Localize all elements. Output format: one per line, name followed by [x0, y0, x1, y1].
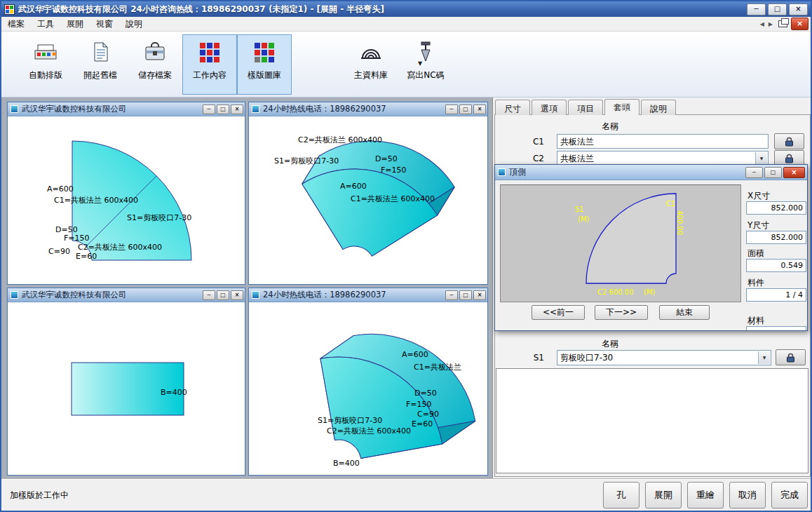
- s1-combobox[interactable]: 剪板咬口7-30: [557, 350, 771, 365]
- area-field[interactable]: 0.549: [746, 259, 806, 272]
- dim-label: C2=共板法兰 600x400: [327, 426, 411, 436]
- c2-label: C2: [527, 154, 544, 163]
- child-restore-button[interactable]: [778, 20, 787, 27]
- child-minimize-button[interactable]: [203, 105, 215, 114]
- chevron-down-icon[interactable]: [758, 351, 770, 364]
- child-maximize-button[interactable]: [459, 105, 472, 114]
- finish-button[interactable]: 結束: [659, 305, 710, 320]
- nav-back-icon[interactable]: [758, 21, 766, 27]
- close-button[interactable]: [789, 4, 808, 15]
- part-field[interactable]: 1 / 4: [746, 288, 806, 302]
- child-minimize-button[interactable]: [445, 105, 458, 114]
- child-titlebar[interactable]: 24小时热线电话：18986290037: [249, 288, 487, 302]
- flat-pattern-drawing: A=600 C1=共板法兰 600x400 S1=剪板咬口7-30 D=50 F…: [8, 116, 245, 284]
- master-database-icon: [355, 35, 387, 69]
- rectangle-drawing: B=400: [8, 302, 245, 475]
- child-close-button[interactable]: [231, 105, 243, 114]
- child-window-icon: [11, 105, 18, 113]
- material-field[interactable]: [746, 326, 806, 331]
- template-library-button[interactable]: 樣版圖庫: [237, 34, 292, 95]
- menu-window[interactable]: 視窗: [90, 16, 119, 32]
- s1-lock-button[interactable]: [776, 349, 806, 365]
- master-database-label: 主資料庫: [354, 69, 388, 81]
- nc-output-button[interactable]: 寫出NC碼: [398, 34, 453, 95]
- child-maximize-button[interactable]: [217, 105, 229, 114]
- work-content-button[interactable]: 工作內容: [182, 34, 237, 95]
- titlebar[interactable]: 武汉华宇诚数控科技有限公司 24小时咨询热线：18986290037 (未指定1…: [1, 1, 811, 17]
- master-database-button[interactable]: 主資料庫: [344, 34, 398, 95]
- child-window-icon: [11, 291, 18, 299]
- dim-label: B=400: [161, 388, 187, 397]
- child-close-button[interactable]: [473, 290, 486, 300]
- child-titlebar[interactable]: 武汉华宇诚数控科技有限公司: [8, 288, 245, 302]
- maximize-button[interactable]: [768, 4, 787, 15]
- child-minimize-button[interactable]: [203, 290, 215, 300]
- child-minimize-button[interactable]: [445, 290, 458, 300]
- toolbar: 自動排版 開起舊檔: [1, 32, 811, 97]
- preview-titlebar[interactable]: 頂側: [495, 165, 807, 180]
- work-content-label: 工作內容: [193, 69, 226, 81]
- dim-label: C1=共板法兰 600x400: [54, 196, 138, 205]
- preview-minimize-button[interactable]: [745, 167, 763, 178]
- menu-file[interactable]: 檔案: [1, 16, 31, 32]
- previous-button[interactable]: <<前一: [532, 305, 585, 320]
- c1-input[interactable]: 共板法兰: [557, 134, 769, 149]
- chevron-down-icon[interactable]: [755, 152, 767, 164]
- preview-close-button[interactable]: [783, 167, 805, 178]
- seam-flag-label: (M): [578, 215, 590, 223]
- minimize-button[interactable]: [747, 4, 766, 15]
- cancel-button[interactable]: 取消: [729, 482, 766, 508]
- child-window-3d-view-bottom: 24小时热线电话：18986290037: [248, 288, 488, 476]
- dim-label: D=50: [375, 154, 398, 163]
- open-file-button[interactable]: 開起舊檔: [73, 34, 128, 95]
- preview-maximize-button[interactable]: [764, 167, 782, 178]
- seam-label: S1: [575, 206, 584, 213]
- auto-nesting-icon: [29, 35, 62, 69]
- auto-nesting-button[interactable]: 自動排版: [18, 34, 73, 95]
- tab-connector[interactable]: 套頭: [604, 99, 640, 115]
- menu-unfold[interactable]: 展開: [60, 16, 90, 32]
- lock-icon: [785, 154, 794, 163]
- dim-label: B=400: [333, 459, 360, 468]
- dim-label: C1=共板法兰 600x400: [351, 194, 435, 203]
- next-button[interactable]: 下一>>: [595, 305, 648, 320]
- tab-items[interactable]: 項目: [568, 100, 603, 115]
- elbow-3d-drawing: A=600 C1=共板法兰 D=50 F=150 C=90 E=60 S1=剪板…: [249, 302, 487, 475]
- menu-help[interactable]: 說明: [119, 16, 149, 32]
- nav-forward-icon[interactable]: [766, 21, 775, 27]
- hole-button[interactable]: 孔: [603, 482, 640, 508]
- x-size-field[interactable]: 852.000: [746, 201, 806, 215]
- s1-label: S1: [527, 353, 544, 363]
- part-label: 料件: [747, 277, 764, 289]
- finish-button[interactable]: 完成: [771, 482, 808, 508]
- c1-lock-button[interactable]: [774, 133, 804, 149]
- menu-tools[interactable]: 工具: [31, 16, 60, 32]
- save-file-label: 儲存檔案: [138, 69, 172, 81]
- redraw-button[interactable]: 重繪: [687, 482, 724, 508]
- menubar: 檔案 工具 展開 視窗 說明: [1, 17, 811, 32]
- c2-combobox[interactable]: 共板法兰: [557, 151, 769, 166]
- tab-options[interactable]: 選項: [532, 100, 567, 115]
- toolbar-overflow-icon[interactable]: [418, 60, 422, 67]
- tab-notes[interactable]: 說明: [641, 100, 676, 115]
- child-maximize-button[interactable]: [459, 290, 472, 300]
- window-title: 武汉华宇诚数控科技有限公司 24小时咨询热线：18986290037 (未指定1…: [18, 4, 745, 15]
- tab-dimensions[interactable]: 尺寸: [495, 100, 530, 115]
- child-close-button[interactable]: [473, 105, 486, 114]
- name-header: 名稱: [602, 121, 618, 133]
- s1-value: 剪板咬口7-30: [560, 353, 613, 363]
- child-titlebar[interactable]: 24小时热线电话：18986290037: [249, 102, 487, 116]
- template-library-icon: [248, 35, 280, 69]
- save-file-button[interactable]: 儲存檔案: [128, 34, 182, 95]
- child-close-button[interactable]: [791, 18, 808, 30]
- unfold-button[interactable]: 展開: [645, 482, 682, 508]
- c1-dim-label: 400.00: [676, 210, 684, 235]
- y-size-field[interactable]: 852.000: [746, 231, 806, 244]
- child-close-button[interactable]: [231, 290, 243, 300]
- open-file-icon: [84, 35, 116, 69]
- notes-area[interactable]: [496, 368, 808, 473]
- child-maximize-button[interactable]: [217, 290, 229, 300]
- child-titlebar[interactable]: 武汉华宇诚数控科技有限公司: [8, 102, 245, 116]
- c2-flag-label: (M): [644, 288, 656, 296]
- material-label: 材料: [747, 315, 764, 327]
